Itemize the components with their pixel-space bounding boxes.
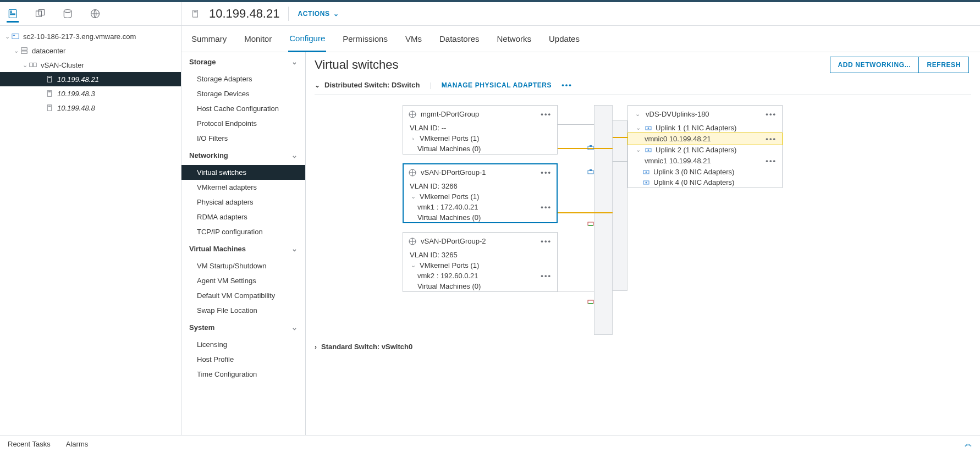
tab-monitor[interactable]: Monitor (243, 26, 273, 51)
tab-networks[interactable]: Networks (496, 26, 533, 51)
card-more-icon[interactable]: ••• (541, 237, 552, 245)
uplink-row[interactable]: Uplink 3 (0 NIC Adapters) (628, 167, 782, 177)
vmk-row[interactable]: vmk1 : 172.40.0.21••• (403, 202, 557, 212)
uplink-row[interactable]: Uplink 4 (0 NIC Adapters) (628, 177, 782, 188)
tab-configure[interactable]: Configure (288, 26, 326, 52)
cfg-item[interactable]: TCP/IP configuration (181, 224, 305, 239)
vmkernel-toggle[interactable]: ›VMkernel Ports (1) (403, 133, 557, 144)
detail-buttons: ADD NETWORKING... REFRESH (830, 57, 969, 73)
cfg-item-virtual-switches[interactable]: Virtual switches (181, 165, 305, 180)
tree-host-2[interactable]: 10.199.48.8 (0, 101, 181, 115)
chevron-down-icon[interactable]: ⌄ (635, 124, 641, 131)
vlan-line: VLAN ID: 3266 (403, 181, 557, 191)
tree-vcenter[interactable]: ⌄ sc2-10-186-217-3.eng.vmware.com (0, 29, 181, 43)
cfg-section-vms[interactable]: Virtual Machines⌄ (181, 239, 305, 258)
cfg-item[interactable]: Storage Devices (181, 86, 305, 101)
stdswitch-name: vSwitch0 (382, 343, 412, 351)
cfg-item[interactable]: Time Configuration (181, 367, 305, 382)
cfg-item[interactable]: Host Profile (181, 352, 305, 367)
expand-panel-icon[interactable]: ︽ (965, 439, 972, 449)
cfg-item[interactable]: Protocol Endpoints (181, 116, 305, 131)
vms-templates-icon[interactable] (34, 8, 46, 20)
cfg-item[interactable]: Physical adapters (181, 195, 305, 210)
dswitch-toggle[interactable]: ⌄ Distributed Switch: DSwitch (315, 81, 420, 89)
hosts-clusters-icon[interactable] (7, 10, 19, 23)
vmnic-more-icon[interactable]: ••• (766, 157, 777, 165)
card-more-icon[interactable]: ••• (541, 168, 552, 177)
wire (613, 161, 627, 162)
vmnic-row[interactable]: vmnic1 10.199.48.21••• (628, 155, 782, 167)
chevron-right-icon: › (315, 343, 317, 351)
tree-host-0[interactable]: 10.199.48.21 (0, 72, 181, 86)
stdswitch-toggle[interactable]: › Standard Switch: vSwitch0 (315, 336, 971, 353)
cfg-section-networking[interactable]: Networking⌄ (181, 146, 305, 165)
chevron-down-icon[interactable]: ⌄ (635, 146, 641, 153)
vmk-more-icon[interactable]: ••• (541, 203, 552, 211)
cfg-item[interactable]: Licensing (181, 337, 305, 352)
tab-summary[interactable]: Summary (190, 26, 228, 51)
port-icon (587, 169, 594, 175)
svg-rect-12 (34, 63, 36, 67)
vmkernel-toggle[interactable]: ⌄VMkernel Ports (1) (403, 191, 557, 202)
switch-trunk (594, 105, 613, 335)
card-more-icon[interactable]: ••• (541, 110, 552, 118)
cfg-section-title: System (189, 323, 214, 332)
vmk-more-icon[interactable]: ••• (541, 272, 552, 280)
tree-host-label: 10.199.48.8 (57, 104, 95, 112)
tree-datacenter[interactable]: ⌄ datacenter (0, 43, 181, 58)
storage-icon[interactable] (62, 8, 74, 20)
cfg-item[interactable]: Storage Adapters (181, 71, 305, 86)
networking-icon[interactable] (89, 8, 101, 20)
chevron-down-icon[interactable]: ⌄ (12, 47, 20, 54)
tree-host-1[interactable]: 10.199.48.3 (0, 86, 181, 101)
vmkernel-toggle[interactable]: ⌄VMkernel Ports (1) (403, 260, 557, 271)
cfg-item[interactable]: RDMA adapters (181, 210, 305, 224)
portgroup-card-vsan2[interactable]: vSAN-DPortGroup-2 ••• VLAN ID: 3265 ⌄VMk… (403, 232, 558, 292)
uplink-row[interactable]: ⌄Uplink 2 (1 NIC Adapters) (628, 145, 782, 155)
nic-icon (642, 179, 650, 186)
vkp-label: VMkernel Ports (1) (420, 261, 479, 269)
dswitch-more-icon[interactable]: ••• (561, 81, 572, 89)
uplink-row[interactable]: ⌄Uplink 1 (1 NIC Adapters) (628, 123, 782, 133)
cfg-section-storage[interactable]: Storage⌄ (181, 52, 305, 71)
recent-tasks-tab[interactable]: Recent Tasks (8, 440, 51, 448)
cfg-section-system[interactable]: System⌄ (181, 318, 305, 337)
add-networking-button[interactable]: ADD NETWORKING... (830, 57, 920, 73)
object-header: 10.199.48.21 ACTIONS ⌄ (181, 2, 980, 26)
alarms-tab[interactable]: Alarms (66, 440, 88, 448)
tab-permissions[interactable]: Permissions (342, 26, 389, 51)
cfg-item[interactable]: VMkernel adapters (181, 180, 305, 195)
manage-physical-adapters-link[interactable]: MANAGE PHYSICAL ADAPTERS (442, 81, 552, 89)
svg-rect-2 (10, 14, 15, 15)
cfg-item[interactable]: Default VM Compatibility (181, 288, 305, 303)
tree-dc-label: datacenter (32, 47, 65, 55)
refresh-button[interactable]: REFRESH (919, 57, 969, 73)
chevron-right-icon: › (410, 135, 416, 142)
cfg-item[interactable]: Agent VM Settings (181, 273, 305, 288)
portgroup-icon (409, 111, 416, 118)
cfg-item[interactable]: VM Startup/Shutdown (181, 258, 305, 273)
vmnic-row-highlighted[interactable]: vmnic0 10.199.48.21••• (628, 133, 782, 145)
tree-cluster[interactable]: ⌄ vSAN-Cluster (0, 58, 181, 72)
vmnic-more-icon[interactable]: ••• (766, 135, 777, 143)
chevron-down-icon[interactable]: ⌄ (21, 62, 29, 69)
svg-rect-14 (48, 77, 51, 78)
portgroup-card-mgmt[interactable]: mgmt-DPortGroup ••• VLAN ID: -- ›VMkerne… (403, 105, 558, 155)
chevron-down-icon[interactable]: ⌄ (3, 33, 11, 40)
vmk-row[interactable]: vmk2 : 192.60.0.21••• (403, 271, 557, 281)
cfg-item[interactable]: Swap File Location (181, 303, 305, 318)
chevron-down-icon[interactable]: ⌄ (634, 111, 641, 118)
tab-updates[interactable]: Updates (548, 26, 581, 51)
host-icon (45, 89, 54, 98)
svg-rect-8 (13, 35, 15, 36)
actions-menu[interactable]: ACTIONS ⌄ (298, 10, 339, 18)
uplinks-card[interactable]: ⌄vDS-DVUplinks-180 ••• ⌄Uplink 1 (1 NIC … (627, 105, 783, 188)
cfg-item[interactable]: Host Cache Configuration (181, 101, 305, 116)
portgroup-card-vsan1[interactable]: vSAN-DPortGroup-1 ••• VLAN ID: 3266 ⌄VMk… (403, 163, 558, 223)
port-icon (587, 145, 594, 151)
tab-vms[interactable]: VMs (404, 26, 423, 51)
tab-datastores[interactable]: Datastores (438, 26, 481, 51)
cfg-item[interactable]: I/O Filters (181, 131, 305, 146)
card-more-icon[interactable]: ••• (766, 110, 777, 118)
vmk-label: vmk2 : 192.60.0.21 (417, 272, 478, 280)
